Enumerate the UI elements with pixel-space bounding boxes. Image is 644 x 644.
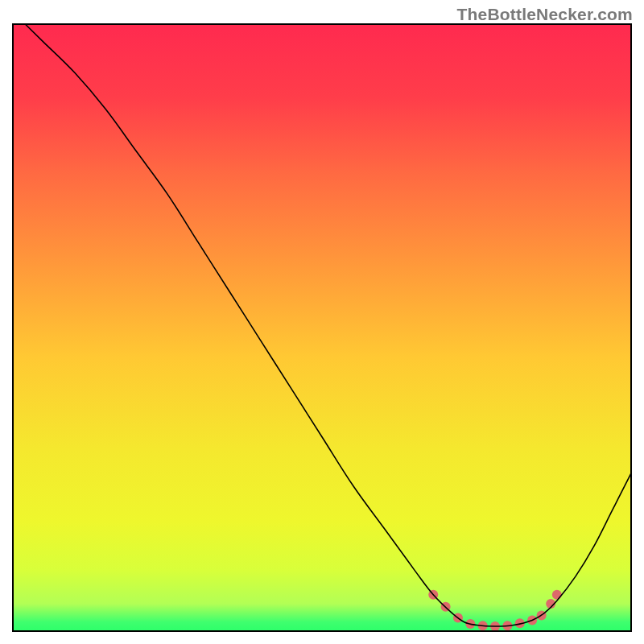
watermark-text: TheBottleNecker.com	[456, 5, 633, 24]
bottleneck-chart: TheBottleNecker.com	[0, 0, 644, 644]
chart-gradient-bg	[13, 24, 631, 631]
curve-marker	[552, 590, 562, 600]
chart-svg	[0, 0, 644, 644]
